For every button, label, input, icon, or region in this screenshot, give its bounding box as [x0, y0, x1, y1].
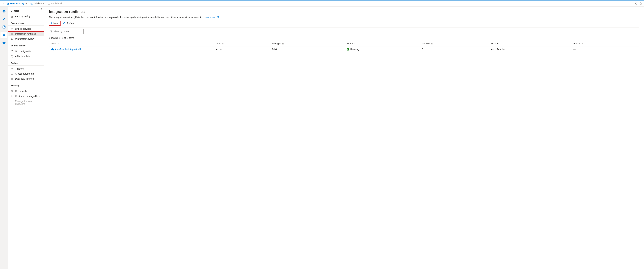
learn-more-label: Learn more	[204, 16, 216, 18]
sidebar-item-label: Git configuration	[15, 50, 32, 53]
filter-icon	[50, 30, 52, 32]
svg-point-10	[11, 74, 12, 74]
filter-by-name-input[interactable]	[49, 29, 84, 34]
publish-all-label: Publish all	[51, 2, 62, 5]
new-button-label: New	[54, 22, 58, 25]
gauge-icon	[2, 25, 6, 29]
sidebar-item-label: Linked services	[15, 27, 31, 30]
expand-chevrons-icon[interactable]	[2, 2, 4, 5]
sidebar-item-arm-template[interactable]: ARM template	[8, 54, 44, 59]
link-icon	[11, 27, 14, 30]
page-description-text: The integration runtime (IR) is the comp…	[49, 16, 202, 18]
sidebar-group-header: General	[8, 8, 44, 13]
sidebar-group-header: Source control	[8, 41, 44, 48]
sidebar-item-cmk[interactable]: Customer managed key	[8, 94, 44, 99]
params-icon	[11, 72, 14, 75]
column-label: Related	[422, 42, 430, 45]
cloud-icon	[11, 101, 14, 104]
table-row[interactable]: AutoResolveIntegrationR...AzurePublicRun…	[49, 46, 639, 52]
column-header[interactable]: Version↑↓	[572, 41, 639, 46]
column-header[interactable]: Region↑↓	[489, 41, 571, 46]
refresh-icon	[63, 22, 66, 25]
sidebar-item-data-flow-libs[interactable]: Data flow libraries	[8, 76, 44, 81]
libs-icon	[11, 77, 14, 80]
sort-icon: ↑↓	[431, 42, 433, 45]
runtime-icon	[51, 48, 54, 51]
cell-version: ---	[572, 46, 639, 52]
creds-icon	[11, 90, 14, 92]
svg-point-11	[11, 74, 12, 75]
new-button[interactable]: + New	[49, 21, 60, 26]
rail-home[interactable]	[1, 7, 8, 14]
topbar-refresh-icon[interactable]	[635, 2, 638, 5]
sort-icon: ↑↓	[582, 42, 584, 45]
external-link-icon	[217, 16, 219, 18]
cell-name[interactable]: AutoResolveIntegrationR...	[49, 46, 214, 52]
main-content: Integration runtimes The integration run…	[44, 6, 644, 269]
git-icon	[11, 50, 14, 53]
cell-type: Azure	[214, 46, 270, 52]
sidebar-item-git-config[interactable]: Git configuration	[8, 49, 44, 54]
sort-icon: ↑↓	[58, 42, 60, 45]
publish-all-button[interactable]: Publish all	[48, 2, 62, 5]
column-header[interactable]: Name↑↓	[49, 41, 214, 46]
svg-rect-12	[11, 78, 13, 80]
svg-point-9	[11, 73, 12, 73]
sidebar-item-global-params[interactable]: Global parameters	[8, 71, 44, 76]
sidebar-item-label: ARM template	[15, 55, 30, 58]
sidebar-item-triggers[interactable]: Triggers	[8, 66, 44, 71]
svg-point-8	[12, 51, 12, 52]
svg-rect-4	[12, 33, 13, 34]
sidebar-item-label: Global parameters	[15, 72, 34, 75]
rail-manage[interactable]	[1, 32, 8, 38]
svg-point-16	[53, 49, 54, 50]
cell-related: 0	[420, 46, 489, 52]
status-text: Running	[350, 48, 359, 51]
sidebar-item-label: Triggers	[15, 67, 24, 70]
learn-more-link[interactable]: Learn more	[204, 16, 219, 18]
sidebar-item-label: Customer managed key	[15, 95, 40, 98]
validate-all-button[interactable]: Validate all	[30, 2, 45, 5]
rail-learning[interactable]	[1, 40, 8, 46]
rail-monitor[interactable]	[1, 24, 8, 30]
refresh-button[interactable]: Refresh	[63, 22, 75, 25]
collapse-sidebar-icon[interactable]	[40, 8, 43, 10]
status-ok-icon	[347, 48, 349, 51]
toolbox-icon	[2, 33, 6, 37]
sidebar-item-factory-settings[interactable]: Factory settings	[8, 14, 44, 19]
breadcrumb-label: Data Factory	[10, 2, 24, 5]
sidebar-item-label: Integration runtimes	[15, 32, 36, 35]
topbar-delete-icon[interactable]	[640, 2, 642, 5]
breadcrumb-data-factory[interactable]: Data Factory	[6, 2, 27, 5]
rail-author[interactable]	[1, 15, 8, 22]
page-description: The integration runtime (IR) is the comp…	[49, 16, 639, 18]
sidebar-item-credentials[interactable]: Credentials	[8, 89, 44, 94]
column-header[interactable]: Related↑↓	[420, 41, 489, 46]
sidebar: GeneralFactory settingsConnectionsLinked…	[8, 6, 44, 269]
column-header[interactable]: Type↑↓	[214, 41, 270, 46]
integration-runtimes-table: Name↑↓Type↑↓Sub-type↑↓Status↑↓Related↑↓R…	[49, 41, 639, 52]
graduation-hat-icon	[2, 41, 6, 45]
sidebar-item-microsoft-purview[interactable]: Microsoft Purview	[8, 36, 44, 41]
column-header[interactable]: Sub-type↑↓	[270, 41, 345, 46]
column-header[interactable]: Status↑↓	[345, 41, 420, 46]
cell-subtype: Public	[270, 46, 345, 52]
svg-point-2	[4, 27, 4, 27]
column-label: Sub-type	[272, 42, 281, 45]
refresh-button-label: Refresh	[67, 22, 75, 25]
sidebar-item-label: Microsoft Purview	[15, 37, 34, 40]
sidebar-item-linked-services[interactable]: Linked services	[8, 26, 44, 31]
column-label: Type	[216, 42, 221, 45]
sort-icon: ↑↓	[282, 42, 284, 45]
sidebar-item-integration-runtimes[interactable]: Integration runtimes	[8, 31, 44, 36]
arm-icon	[11, 55, 14, 58]
validate-icon	[30, 2, 33, 5]
svg-point-6	[12, 38, 12, 39]
svg-point-15	[11, 96, 12, 97]
validate-all-label: Validate all	[34, 2, 45, 5]
sidebar-item-label: Managed private endpoints	[15, 100, 42, 105]
purview-icon	[11, 37, 14, 40]
column-label: Version	[574, 42, 581, 45]
page-title: Integration runtimes	[49, 9, 639, 14]
chevron-down-icon	[25, 3, 27, 4]
